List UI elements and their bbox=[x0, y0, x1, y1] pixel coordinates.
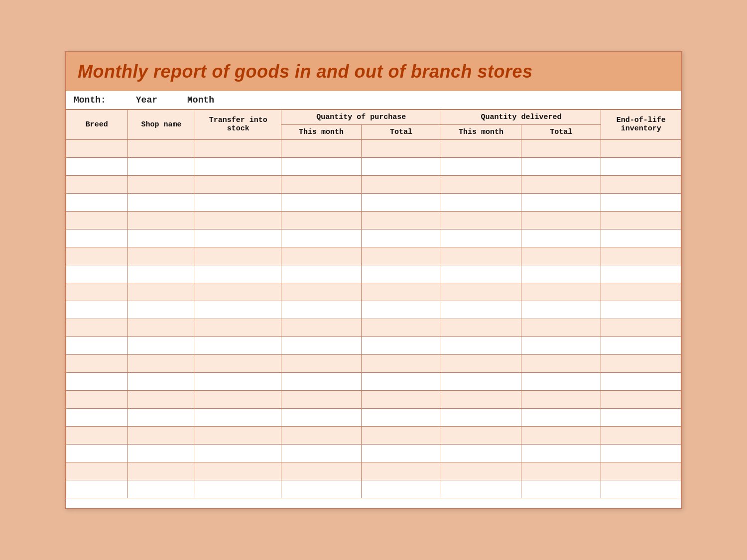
table-cell bbox=[127, 336, 195, 354]
table-cell bbox=[601, 444, 681, 462]
table-cell bbox=[361, 301, 441, 319]
table-cell bbox=[361, 283, 441, 301]
table-cell bbox=[281, 480, 362, 498]
table-cell bbox=[127, 372, 195, 390]
table-cell bbox=[601, 462, 681, 480]
table-cell bbox=[127, 139, 195, 157]
table-cell bbox=[441, 319, 521, 336]
table-row bbox=[66, 283, 681, 301]
table-cell bbox=[127, 283, 195, 301]
table-cell bbox=[361, 193, 441, 211]
table-row bbox=[66, 193, 681, 211]
table-cell bbox=[127, 175, 195, 193]
table-cell bbox=[601, 229, 681, 247]
table-cell bbox=[441, 480, 521, 498]
table-cell bbox=[441, 283, 521, 301]
title-bar: Monthly report of goods in and out of br… bbox=[66, 52, 681, 91]
table-cell bbox=[281, 229, 362, 247]
table-cell bbox=[601, 193, 681, 211]
table-cell bbox=[281, 139, 362, 157]
table-cell bbox=[361, 354, 441, 372]
header-shop: Shop name bbox=[127, 110, 195, 139]
table-row bbox=[66, 354, 681, 372]
table-row bbox=[66, 372, 681, 390]
table-cell bbox=[441, 193, 521, 211]
table-cell bbox=[281, 426, 362, 444]
table-cell bbox=[195, 426, 281, 444]
report-table: Breed Shop name Transfer into stock Quan… bbox=[66, 110, 681, 498]
table-row bbox=[66, 426, 681, 444]
header-qty-purchase-group: Quantity of purchase bbox=[281, 110, 441, 124]
table-cell bbox=[281, 175, 362, 193]
table-cell bbox=[127, 354, 195, 372]
table-cell bbox=[195, 390, 281, 408]
table-cell bbox=[127, 247, 195, 265]
table-cell bbox=[66, 211, 128, 229]
year-label: Year bbox=[136, 95, 157, 105]
table-cell bbox=[521, 426, 601, 444]
table-cell bbox=[66, 319, 128, 336]
table-cell bbox=[66, 372, 128, 390]
table-cell bbox=[127, 426, 195, 444]
table-row bbox=[66, 265, 681, 283]
table-cell bbox=[281, 193, 362, 211]
table-cell bbox=[361, 408, 441, 426]
header-del-this-month: This month bbox=[441, 124, 521, 139]
table-cell bbox=[521, 390, 601, 408]
table-cell bbox=[441, 444, 521, 462]
table-cell bbox=[521, 157, 601, 175]
table-cell bbox=[361, 247, 441, 265]
table-cell bbox=[521, 193, 601, 211]
table-cell bbox=[441, 426, 521, 444]
table-cell bbox=[361, 265, 441, 283]
table-cell bbox=[521, 336, 601, 354]
table-cell bbox=[521, 283, 601, 301]
table-cell bbox=[601, 247, 681, 265]
table-cell bbox=[521, 211, 601, 229]
table-row bbox=[66, 175, 681, 193]
table-cell bbox=[521, 265, 601, 283]
table-cell bbox=[601, 480, 681, 498]
table-cell bbox=[127, 265, 195, 283]
table-cell bbox=[195, 283, 281, 301]
table-cell bbox=[441, 229, 521, 247]
table-cell bbox=[361, 336, 441, 354]
table-cell bbox=[66, 265, 128, 283]
table-cell bbox=[361, 229, 441, 247]
table-cell bbox=[127, 480, 195, 498]
table-cell bbox=[281, 319, 362, 336]
table-cell bbox=[281, 301, 362, 319]
table-cell bbox=[195, 211, 281, 229]
table-cell bbox=[281, 336, 362, 354]
table-row bbox=[66, 157, 681, 175]
table-cell bbox=[66, 229, 128, 247]
table-cell bbox=[521, 175, 601, 193]
table-cell bbox=[601, 211, 681, 229]
table-row bbox=[66, 319, 681, 336]
table-cell bbox=[127, 157, 195, 175]
table-cell bbox=[195, 247, 281, 265]
table-cell bbox=[66, 480, 128, 498]
table-cell bbox=[361, 319, 441, 336]
table-cell bbox=[521, 408, 601, 426]
table-cell bbox=[441, 372, 521, 390]
table-cell bbox=[281, 247, 362, 265]
table-cell bbox=[601, 408, 681, 426]
table-cell bbox=[281, 408, 362, 426]
month-label: Month: bbox=[74, 95, 106, 105]
table-cell bbox=[441, 139, 521, 157]
table-cell bbox=[441, 157, 521, 175]
table-cell bbox=[281, 390, 362, 408]
table-cell bbox=[195, 139, 281, 157]
table-row bbox=[66, 336, 681, 354]
table-cell bbox=[361, 426, 441, 444]
table-cell bbox=[66, 408, 128, 426]
month-sub-label: Month bbox=[187, 95, 214, 105]
header-eol: End-of-life inventory bbox=[601, 110, 681, 139]
table-cell bbox=[361, 462, 441, 480]
table-cell bbox=[601, 336, 681, 354]
table-cell bbox=[441, 301, 521, 319]
table-cell bbox=[521, 229, 601, 247]
table-cell bbox=[601, 390, 681, 408]
table-cell bbox=[66, 426, 128, 444]
